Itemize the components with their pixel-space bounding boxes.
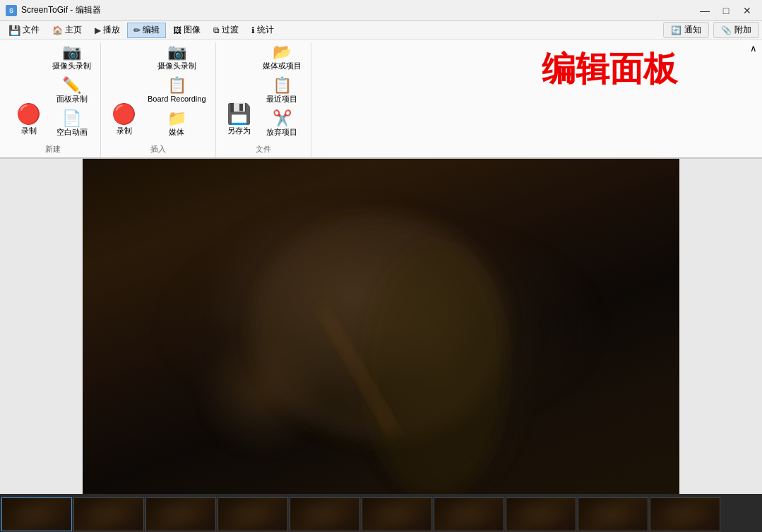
menu-stats[interactable]: ℹ 统计 [246,23,280,38]
window-controls: — □ ✕ [696,4,756,18]
camera2-icon: 📷 [167,44,186,60]
menu-play-label: 播放 [103,24,120,36]
attach-label: 附加 [734,24,751,36]
ribbon-group-new-buttons: 🔴 录制 📷 摄像头录制 ✏️ 面板录制 📄 空白动画 [11,42,95,143]
frame-thumb-7[interactable] [506,497,576,531]
svg-point-1 [365,243,506,494]
media-or-label: 媒体或项目 [263,61,302,71]
notif-area: 🔄 通知 📎 附加 [663,22,759,38]
ribbon-btn-blank[interactable]: 📄 空白动画 [49,109,95,139]
camera-label: 摄像头录制 [52,61,91,71]
ribbon-btn-board2[interactable]: 📋 Board Recording [144,75,210,106]
frame-thumb-3[interactable] [218,497,288,531]
ribbon-btn-record2[interactable]: 🔴 录制 [107,101,141,139]
collapse-icon: ∧ [750,43,757,54]
media-or-icon: 📂 [273,44,292,60]
menu-file[interactable]: 💾 文件 [3,23,45,38]
frame-thumb-6[interactable] [434,497,504,531]
edit-icon: ✏ [133,25,141,35]
frame-thumb-4[interactable] [290,497,360,531]
media-label: 媒体 [169,128,184,137]
frame-thumb-2[interactable] [145,497,216,531]
save-as-label: 另存为 [227,126,251,135]
frame-thumb-8[interactable] [578,497,648,531]
ribbon-btn-camera[interactable]: 📷 摄像头录制 [49,42,95,73]
blank-icon: 📄 [62,111,81,126]
ribbon-btn-board[interactable]: ✏️ 面板录制 [49,75,95,106]
ribbon-group-insert-label: 插入 [150,143,166,157]
minimize-button[interactable]: — [696,4,714,18]
attach-button[interactable]: 📎 附加 [713,22,759,38]
attach-icon: 📎 [721,25,732,35]
info-icon: ℹ [251,25,255,35]
menu-home[interactable]: 🏠 主页 [47,23,88,38]
frame-thumb-0[interactable] [1,497,72,531]
maximize-button[interactable]: □ [717,4,735,18]
menu-transition[interactable]: ⧉ 过渡 [208,23,244,38]
ribbon-btn-camera2[interactable]: 📷 摄像头录制 [144,42,210,73]
record-icon: 🔴 [16,104,41,124]
discard-label: 放弃项目 [266,128,297,137]
ribbon-collapse-button[interactable]: ∧ [745,40,762,56]
menu-edit[interactable]: ✏ 编辑 [127,23,166,38]
ribbon-group-file: 💾 另存为 📂 媒体或项目 📋 最近项目 ✂️ 放弃项目 文件 [216,42,311,157]
recent-label: 最近项目 [266,95,297,104]
menu-image[interactable]: 🖼 图像 [167,23,206,38]
ribbon-group-insert: 🔴 录制 📷 摄像头录制 📋 Board Recording 📁 媒体 插入 [101,42,216,157]
menu-play[interactable]: ▶ 播放 [89,23,126,38]
frame-thumb-1[interactable] [73,497,144,531]
record-label: 录制 [21,126,37,135]
record2-icon: 🔴 [112,104,136,124]
camera-icon: 📷 [62,44,81,60]
ribbon-small-btns-new: 📷 摄像头录制 ✏️ 面板录制 📄 空白动画 [49,42,95,140]
ribbon-small-btns-file: 📂 媒体或项目 📋 最近项目 ✂️ 放弃项目 [259,42,305,140]
titlebar-left: S ScreenToGif - 编辑器 [6,4,101,16]
ribbon-group-insert-buttons: 🔴 录制 📷 摄像头录制 📋 Board Recording 📁 媒体 [107,42,210,143]
board2-icon: 📋 [167,78,186,93]
refresh-icon: 🔄 [671,25,681,35]
timeline-frames [0,494,762,532]
board-icon: ✏️ [62,78,81,93]
titlebar-title: ScreenToGif - 编辑器 [21,4,101,16]
menu-image-label: 图像 [184,24,201,36]
board-label: 面板录制 [56,95,88,104]
ribbon-big-title: 编辑面板 [542,47,677,92]
ribbon-btn-discard[interactable]: ✂️ 放弃项目 [259,109,305,139]
menu-stats-label: 统计 [257,24,274,36]
ribbon-group-new-label: 新建 [45,143,61,157]
app-icon: S [6,5,17,16]
notify-label: 通知 [684,24,701,36]
board2-label: Board Recording [148,95,206,104]
ribbon-btn-record[interactable]: 🔴 录制 [11,101,46,139]
save-as-icon: 💾 [227,104,251,124]
titlebar: S ScreenToGif - 编辑器 — □ ✕ [0,0,762,21]
transition-icon: ⧉ [213,25,220,35]
notify-button[interactable]: 🔄 通知 [663,22,709,38]
media-icon: 📁 [167,111,186,126]
image-icon: 🖼 [173,25,181,35]
ribbon-group-file-buttons: 💾 另存为 📂 媒体或项目 📋 最近项目 ✂️ 放弃项目 [222,42,305,143]
ribbon-small-btns-insert: 📷 摄像头录制 📋 Board Recording 📁 媒体 [144,42,210,140]
camera2-label: 摄像头录制 [157,61,196,71]
discard-icon: ✂️ [273,111,292,126]
video-overlay [83,159,679,494]
close-button[interactable]: ✕ [738,4,756,18]
menu-home-label: 主页 [65,24,82,36]
frame-thumb-5[interactable] [362,497,432,531]
home-icon: 🏠 [52,25,63,35]
record2-label: 录制 [117,126,132,135]
content-area [0,159,762,494]
blank-label: 空白动画 [56,128,88,137]
menu-file-label: 文件 [23,24,40,36]
ribbon-btn-media-or[interactable]: 📂 媒体或项目 [259,42,305,73]
ribbon-group-new: 🔴 录制 📷 摄像头录制 ✏️ 面板录制 📄 空白动画 新建 [6,42,101,157]
ribbon-btn-save-as[interactable]: 💾 另存为 [222,101,256,139]
recent-icon: 📋 [273,78,292,93]
ribbon-btn-recent[interactable]: 📋 最近项目 [259,75,305,106]
menu-transition-label: 过渡 [222,24,239,36]
video-frame [83,159,679,494]
frame-thumb-9[interactable] [650,497,720,531]
ribbon-group-file-label: 文件 [256,143,271,157]
ribbon-btn-media[interactable]: 📁 媒体 [144,109,210,139]
ribbon: 🔴 录制 📷 摄像头录制 ✏️ 面板录制 📄 空白动画 新建 [0,40,762,159]
